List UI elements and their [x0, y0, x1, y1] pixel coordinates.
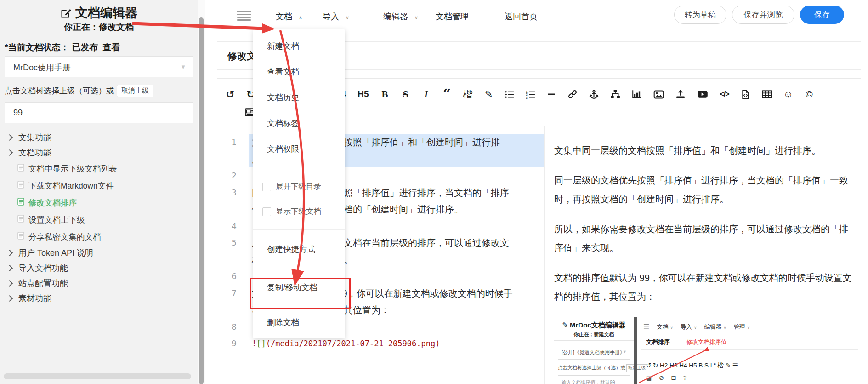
chevron-down-icon: ∨: [414, 15, 418, 20]
tree-doc-item-active[interactable]: 修改文档排序: [6, 194, 191, 211]
code-block-icon[interactable]: [741, 90, 750, 99]
preview-paragraph: 同一层级的文档优先按照「排序值」进行排序，当文档的「排序值」一致时，再按照文档的…: [554, 171, 852, 209]
button-转为草稿[interactable]: 转为草稿: [674, 6, 726, 24]
document-icon: [17, 198, 28, 208]
tree-folder-item[interactable]: 文档功能: [6, 145, 191, 160]
ordered-list-icon[interactable]: 123: [526, 90, 535, 99]
brush-icon[interactable]: ✎: [484, 89, 493, 100]
menu-item-delete-document[interactable]: 删除文档: [253, 306, 345, 338]
button-保存并浏览[interactable]: 保存并浏览: [732, 6, 794, 24]
h5-icon[interactable]: H5: [357, 89, 369, 99]
line-number: 1: [217, 134, 249, 167]
embedded-screenshot: ✎ MrDoc文档编辑器 你正在：新建文档 [公开]《觅道文档使用手册》 ▼ 点…: [554, 317, 859, 384]
flowchart-icon[interactable]: [610, 89, 620, 99]
collection-select[interactable]: MrDoc使用手册 ▼: [5, 56, 193, 77]
chevron-right-icon: [6, 295, 13, 301]
menu-checkbox-展开下级目录[interactable]: 展开下级目录: [262, 174, 345, 199]
kai-font-icon[interactable]: 楷: [463, 88, 472, 101]
document-icon: [17, 164, 28, 174]
parent-doc-hint: 点击文档树选择上级（可选）或取消上级: [5, 85, 153, 97]
chevron-right-icon: [6, 264, 13, 271]
chevron-right-icon: [6, 134, 13, 140]
nav-menu-文档[interactable]: 文档 ∧: [276, 11, 302, 22]
line-number: 8: [217, 319, 249, 336]
doc-status-view-link[interactable]: 查看: [102, 42, 120, 52]
edit-pencil-icon: [60, 7, 72, 19]
document-icon: [17, 181, 28, 191]
sort-value-input[interactable]: 99: [5, 102, 193, 123]
nav-menu-文档管理[interactable]: 文档管理: [436, 11, 469, 22]
save-button[interactable]: 保存: [800, 6, 844, 24]
line-number: 4: [217, 218, 249, 235]
tree-folder-item[interactable]: 素材功能: [6, 291, 191, 306]
checkbox-unchecked-icon[interactable]: [262, 207, 271, 216]
line-number: 3: [217, 184, 249, 218]
sort-value: 99: [13, 108, 23, 118]
sidebar: 文档编辑器 你正在：修改文档 *当前文档状态：已发布查看 MrDoc使用手册 ▼…: [0, 0, 198, 384]
red-highlight-box: [250, 278, 351, 309]
tree-folder-item[interactable]: 文集功能: [6, 130, 191, 145]
line-number: 7: [217, 285, 249, 319]
emoji-icon[interactable]: ☺: [783, 89, 793, 100]
markdown-preview-pane: 文集中同一层级的文档按照「排序值」和「创建时间」进行排序。同一层级的文档优先按照…: [544, 126, 861, 384]
line-number: 5: [217, 235, 249, 268]
tree-folder-item[interactable]: 站点配置功能: [6, 275, 191, 291]
undo-icon[interactable]: ↺: [226, 88, 235, 101]
inline-code-icon[interactable]: </>: [720, 90, 729, 98]
select-caret-icon: ▼: [180, 63, 186, 70]
nav-menu-返回首页[interactable]: 返回首页: [505, 11, 538, 22]
doc-status-row: *当前文档状态：已发布查看: [5, 41, 120, 53]
tree-doc-item[interactable]: 分享私密文集的文档: [6, 228, 191, 245]
sidebar-scrollbar-thumb[interactable]: [199, 17, 204, 384]
checkbox-unchecked-icon[interactable]: [262, 183, 271, 191]
preview-paragraph: 文集中同一层级的文档按照「排序值」和「创建时间」进行排序。: [554, 141, 852, 160]
editor-mode-subtitle: 你正在：修改文档: [0, 21, 198, 33]
chevron-right-icon: [6, 249, 13, 256]
chart-icon[interactable]: [632, 89, 642, 99]
table-icon[interactable]: [762, 89, 772, 99]
nav-menu-导入[interactable]: 导入 ∨: [323, 11, 349, 22]
unordered-list-icon[interactable]: [505, 90, 514, 99]
menu-item-文档历史[interactable]: 文档历史: [253, 85, 345, 110]
embed-red-arrow: [554, 317, 859, 384]
strikethrough-icon[interactable]: S: [401, 89, 410, 100]
video-icon[interactable]: [697, 89, 708, 100]
quote-icon[interactable]: “: [442, 91, 451, 98]
line-number: 6: [217, 268, 249, 285]
collection-select-value: MrDoc使用手册: [13, 62, 71, 73]
chevron-down-icon: ∨: [346, 15, 349, 20]
menu-checkbox-显示下级文档[interactable]: 显示下级文档: [262, 199, 345, 224]
tree-folder-item[interactable]: 用户 Token API 说明: [6, 245, 191, 260]
image-icon[interactable]: [653, 89, 664, 100]
copyright-icon[interactable]: ©: [805, 89, 814, 100]
chevron-right-icon: [6, 280, 13, 286]
bold-icon[interactable]: B: [380, 89, 389, 100]
document-icon: [17, 215, 28, 225]
menu-item-文档标签[interactable]: 文档标签: [253, 110, 345, 136]
line-number: 9: [217, 335, 249, 352]
cancel-parent-button[interactable]: 取消上级: [117, 85, 153, 97]
menu-item-新建文档[interactable]: 新建文档: [253, 33, 345, 59]
tree-doc-item[interactable]: 下载文档Markdown文件: [6, 177, 191, 194]
hamburger-menu-icon[interactable]: [237, 11, 251, 22]
menu-item-文档权限[interactable]: 文档权限: [253, 136, 345, 162]
divider: [0, 35, 198, 35]
line-number: 2: [217, 167, 249, 184]
tree-doc-item[interactable]: 文档中显示下级文档列表: [6, 160, 191, 177]
menu-item-create-shortcut[interactable]: 创建快捷方式: [253, 230, 345, 269]
upload-icon[interactable]: [675, 89, 686, 99]
tree-doc-item[interactable]: 设置文档上下级: [6, 211, 191, 228]
anchor-icon[interactable]: [589, 90, 599, 99]
preview-paragraph: 文档的排序值默认为 99，你可以在新建文档或修改文档的时候手动设置文档的排序值，…: [554, 269, 852, 306]
italic-icon[interactable]: I: [421, 89, 431, 100]
link-icon[interactable]: [567, 89, 578, 99]
svg-text:3: 3: [526, 96, 528, 99]
document-tree: 文集功能文档功能文档中显示下级文档列表下载文档Markdown文件修改文档排序设…: [6, 130, 191, 306]
document-icon: [17, 232, 28, 242]
horizontal-rule-icon[interactable]: [547, 90, 556, 99]
tree-folder-item[interactable]: 导入文档功能: [6, 260, 191, 275]
doc-status-published-link[interactable]: 已发布: [72, 42, 98, 52]
sidebar-horizontal-scrollbar[interactable]: [4, 373, 191, 379]
menu-item-查看文档[interactable]: 查看文档: [253, 59, 345, 85]
nav-menu-编辑器[interactable]: 编辑器 ∨: [383, 11, 418, 22]
